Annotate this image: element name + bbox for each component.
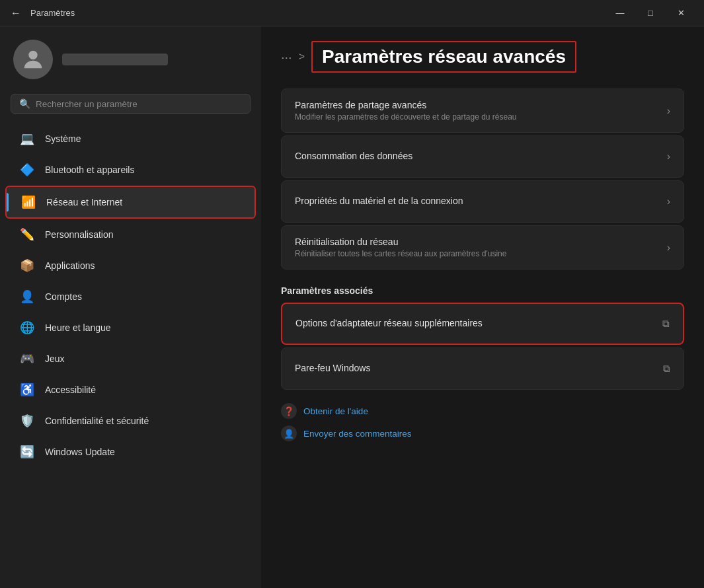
bluetooth-icon: 🔷 [19,161,36,178]
settings-item-text-proprietes: Propriétés du matériel et de la connexio… [295,196,660,208]
settings-item-subtitle-reinitialisation: Réinitialiser toutes les cartes réseau a… [295,249,660,258]
footer-link-label-aide: Obtenir de l'aide [303,406,368,416]
settings-item-proprietes[interactable]: Propriétés du matériel et de la connexio… [281,180,684,223]
chevron-right-icon: › [667,151,670,163]
title-bar: ← Paramètres — □ ✕ [0,0,704,26]
associated-item-title-adaptateur: Options d'adaptateur réseau supplémentai… [295,318,656,328]
associated-items: Options d'adaptateur réseau supplémentai… [281,303,684,390]
main-layout: 🔍 Rechercher un paramètre 💻Système🔷Bluet… [0,26,704,588]
footer-link-aide[interactable]: ❓Obtenir de l'aide [281,403,684,419]
footer-link-icon-commentaires: 👤 [281,425,297,441]
nav-items: 💻Système🔷Bluetooth et appareils📶Réseau e… [0,123,261,468]
associated-item-parefeu[interactable]: Pare-feu Windows⧉ [281,348,684,390]
chevron-right-icon: › [667,196,670,207]
user-name [62,54,168,65]
settings-item-title-partage: Paramètres de partage avancés [295,100,660,110]
page-title: Paramètres réseau avancés [311,41,576,73]
perso-icon: ✏️ [19,226,36,243]
settings-item-title-proprietes: Propriétés du matériel et de la connexio… [295,196,660,206]
chevron-right-icon: › [667,242,670,254]
associated-item-text-adaptateur: Options d'adaptateur réseau supplémentai… [295,318,656,330]
footer-link-commentaires[interactable]: 👤Envoyer des commentaires [281,425,684,441]
search-box[interactable]: 🔍 Rechercher un paramètre [11,94,251,114]
footer-link-icon-aide: ❓ [281,403,297,419]
sidebar-item-jeux[interactable]: 🎮Jeux [5,344,256,374]
update-label: Windows Update [45,447,115,457]
sidebar-item-update[interactable]: 🔄Windows Update [5,437,256,467]
sidebar-item-comptes[interactable]: 👤Comptes [5,281,256,312]
sidebar-item-perso[interactable]: ✏️Personnalisation [5,219,256,250]
confidentialite-label: Confidentialité et sécurité [45,416,149,426]
footer-links: ❓Obtenir de l'aide👤Envoyer des commentai… [281,403,684,441]
systeme-label: Système [45,133,81,144]
svg-point-0 [28,51,37,59]
breadcrumb-dots[interactable]: ··· [281,50,292,65]
jeux-label: Jeux [45,353,65,364]
sidebar: 🔍 Rechercher un paramètre 💻Système🔷Bluet… [0,26,261,588]
footer-link-label-commentaires: Envoyer des commentaires [303,429,412,439]
accessibilite-label: Accessibilité [45,385,96,395]
avatar-icon [20,46,46,73]
maximize-button[interactable]: □ [635,0,666,26]
breadcrumb-separator: > [299,51,305,63]
sidebar-item-reseau[interactable]: 📶Réseau et Internet [5,186,256,219]
external-link-icon: ⧉ [663,363,670,375]
avatar [13,40,53,79]
sidebar-item-accessibilite[interactable]: ♿Accessibilité [5,375,256,405]
sidebar-item-applications[interactable]: 📦Applications [5,250,256,281]
bluetooth-label: Bluetooth et appareils [45,165,134,175]
heure-icon: 🌐 [19,319,36,336]
reseau-label: Réseau et Internet [46,197,122,207]
heure-label: Heure et langue [45,322,111,333]
close-button[interactable]: ✕ [666,0,696,26]
settings-item-partage[interactable]: Paramètres de partage avancésModifier le… [281,89,684,133]
settings-item-reinitialisation[interactable]: Réinitialisation du réseauRéinitialiser … [281,225,684,270]
content-area: ··· > Paramètres réseau avancés Paramètr… [261,26,704,588]
applications-label: Applications [45,260,95,271]
sidebar-item-systeme[interactable]: 💻Système [5,124,256,154]
comptes-label: Comptes [45,291,82,302]
settings-item-title-reinitialisation: Réinitialisation du réseau [295,237,660,247]
confidentialite-icon: 🛡️ [19,412,36,429]
sidebar-item-heure[interactable]: 🌐Heure et langue [5,312,256,343]
systeme-icon: 💻 [19,130,36,147]
search-placeholder: Rechercher un paramètre [36,99,137,109]
sidebar-item-confidentialite[interactable]: 🛡️Confidentialité et sécurité [5,406,256,436]
jeux-icon: 🎮 [19,350,36,367]
accessibilite-icon: ♿ [19,381,36,398]
associated-item-adaptateur[interactable]: Options d'adaptateur réseau supplémentai… [281,303,684,345]
window-controls: — □ ✕ [605,0,696,26]
reseau-icon: 📶 [20,194,37,211]
perso-label: Personnalisation [45,229,114,240]
settings-item-text-reinitialisation: Réinitialisation du réseauRéinitialiser … [295,237,660,258]
associated-section-heading: Paramètres associés [281,285,684,296]
minimize-button[interactable]: — [605,0,635,26]
settings-item-text-partage: Paramètres de partage avancésModifier le… [295,100,660,122]
update-icon: 🔄 [19,443,36,460]
sidebar-item-bluetooth[interactable]: 🔷Bluetooth et appareils [5,155,256,185]
settings-item-title-donnees: Consommation des données [295,151,660,161]
comptes-icon: 👤 [19,288,36,305]
settings-items: Paramètres de partage avancésModifier le… [281,89,684,270]
chevron-right-icon: › [667,105,670,117]
external-link-icon: ⧉ [662,318,670,330]
settings-item-text-donnees: Consommation des données [295,151,660,163]
back-button[interactable]: ← [8,5,24,22]
user-profile [0,26,261,90]
settings-item-donnees[interactable]: Consommation des données› [281,135,684,178]
page-header: ··· > Paramètres réseau avancés [281,26,684,89]
title-bar-title: Paramètres [30,8,598,18]
associated-item-title-parefeu: Pare-feu Windows [295,363,656,373]
search-container: 🔍 Rechercher un paramètre [0,90,261,123]
applications-icon: 📦 [19,257,36,274]
search-icon: 🔍 [19,98,30,109]
associated-item-text-parefeu: Pare-feu Windows [295,363,656,375]
settings-item-subtitle-partage: Modifier les paramètres de découverte et… [295,112,660,122]
